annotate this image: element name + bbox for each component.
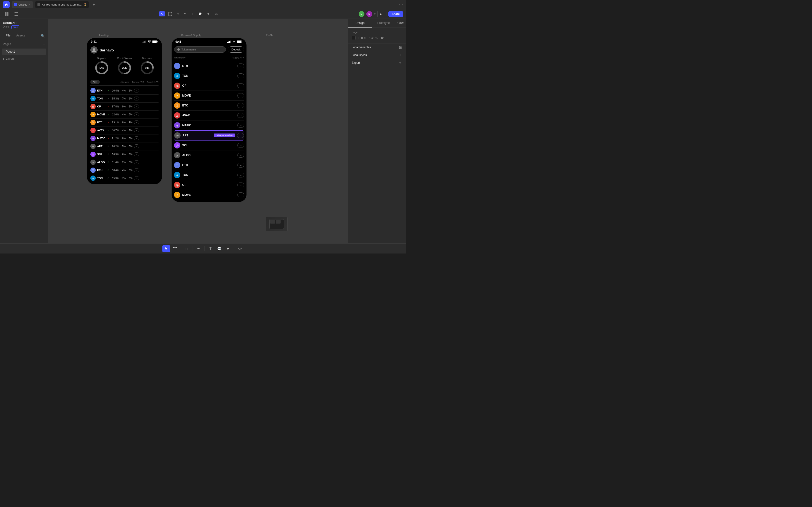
landing-token-row[interactable]: ∧ ALGO ↗ 11.4% 2% 3% → [90,158,158,166]
shape-tool[interactable]: □ [175,12,181,16]
pages-add-icon[interactable]: + [43,42,45,46]
borrow-arrow-btn[interactable]: → [237,83,244,88]
borrow-arrow-btn[interactable]: → [237,123,244,128]
canvas-area[interactable]: Landing Borrow & Supply Profile 9:41 [48,19,348,243]
borrow-arrow-btn[interactable]: → [237,63,244,68]
home-icon[interactable] [3,1,10,8]
token-arrow-btn[interactable]: → [134,120,139,124]
text-tool[interactable]: T [190,12,195,16]
borrow-arrow-btn[interactable]: → [237,143,244,148]
tab-design[interactable]: Design [348,19,372,27]
share-button[interactable]: Share [388,11,403,17]
token-arrow-btn[interactable]: → [134,113,139,116]
frame-tool-bottom[interactable] [171,245,179,252]
landing-token-row[interactable]: ≋ APT ↗ 60.2% 5% 5% → [90,143,158,151]
pen-tool-bottom[interactable]: ✒ [195,245,203,252]
project-chevron-icon[interactable]: ▾ [15,22,17,24]
landing-token-row[interactable]: ✦ MOVE ↗ 12.6% 4% 3% → [90,111,158,119]
cursor-tool[interactable]: ↖ [159,11,165,16]
borrow-arrow-btn[interactable]: → [237,113,244,118]
borrow-token-row[interactable]: ◎ SOL → [174,140,244,151]
token-arrow-btn[interactable]: → [134,168,139,172]
token-arrow-btn[interactable]: → [134,152,139,156]
landing-token-row[interactable]: ◈ TON ↗ 55.3% 7% 6% → [90,95,158,103]
code-tool-bottom[interactable]: <> [236,245,244,252]
shape-tool-bottom[interactable]: □ [183,245,191,252]
borrow-token-row[interactable]: ▲ AVAX → [174,111,244,120]
local-styles-row[interactable]: Local styles + [348,51,406,59]
more-options-icon[interactable]: ··· [399,2,403,7]
landing-token-row[interactable]: ◎ SOL ↗ 56.3% 6% 6% → [90,151,158,158]
borrow-token-row[interactable]: ✦ MOVE → [174,190,244,200]
token-arrow-btn[interactable]: → [134,97,139,101]
token-arrow-btn[interactable]: → [134,128,139,132]
landing-token-row[interactable]: Ξ ETH ↗ 10.4% 4% 6% → [90,166,158,174]
borrow-token-row[interactable]: ✦ MOVE → [174,91,244,101]
tab-close[interactable]: ✕ [29,3,31,6]
search-icon[interactable]: 🔍 [40,33,45,38]
token-arrow-btn[interactable]: → [134,160,139,164]
logo-button[interactable] [3,11,11,17]
borrow-token-row[interactable]: ∧ ALGO → [174,151,244,160]
landing-token-row[interactable]: ₿ BTC ↘ 83.1% 8% 9% → [90,119,158,126]
borrow-arrow-btn[interactable]: → [237,182,244,187]
borrow-token-row[interactable]: ◈ TON → [174,71,244,81]
borrow-arrow-btn[interactable]: → [237,133,244,138]
landing-token-row[interactable]: ◉ OP ↘ 87.8% 9% 8% → [90,103,158,111]
tab-add-button[interactable]: + [91,2,97,7]
borrow-arrow-btn[interactable]: → [237,192,244,197]
export-add-icon[interactable]: + [398,60,403,65]
borrow-token-row[interactable]: ◈ MATIC → [174,120,244,130]
avatar-chevron[interactable]: ▾ [374,12,375,16]
token-arrow-btn[interactable]: → [134,176,139,180]
cursor-tool-bottom[interactable] [162,245,170,252]
borrow-token-row[interactable]: ◉ OP → [174,81,244,91]
borrow-token-row[interactable]: ◈ TON → [174,170,244,180]
export-row[interactable]: Export + [348,59,406,67]
borrow-arrow-btn[interactable]: → [237,163,244,168]
tab-assets[interactable]: Assets [13,32,28,39]
borrow-token-row[interactable]: ₿ BTC → [174,101,244,111]
comment-tool[interactable]: 💬 [197,11,204,16]
play-button[interactable]: ▶ [377,11,384,17]
token-arrow-btn[interactable]: → [134,89,139,93]
page-1-item[interactable]: Page 1 [2,49,46,55]
pen-tool[interactable]: ✒ [182,11,188,16]
landing-token-row[interactable]: ▲ AVAX ↗ 10.7% 4% 2% → [90,126,158,134]
layers-panel-toggle[interactable] [12,11,20,17]
comment-tool-bottom[interactable]: 💬 [215,245,223,252]
mini-map[interactable] [266,217,288,231]
borrow-token-row[interactable]: Ξ ETH → [174,160,244,170]
component-tool-bottom[interactable]: ❖ [224,245,232,252]
code-tool[interactable]: <> [213,12,220,16]
color-preview[interactable] [352,36,355,40]
token-search-btn[interactable]: Token name [174,46,226,53]
borrow-arrow-btn[interactable]: → [237,93,244,98]
tab-file[interactable]: File [3,32,13,39]
landing-token-row[interactable]: Ξ ETH ↗ 10.4% 4% 6% → [90,87,158,95]
frame-tool[interactable] [166,11,174,17]
token-arrow-btn[interactable]: → [134,145,139,148]
tab-untitled[interactable]: Untitled ✕ [12,1,33,8]
borrow-arrow-btn[interactable]: → [237,73,244,78]
landing-token-row[interactable]: ◈ MATIC ↘ 91.2% 8% 8% → [90,134,158,143]
tab-prototype[interactable]: Prototype [372,19,395,27]
landing-token-row[interactable]: ◈ TON ↗ 55.3% 7% 6% → [90,174,158,182]
token-arrow-btn[interactable]: → [134,136,139,140]
text-tool-bottom[interactable]: T [207,245,214,252]
borrow-token-row[interactable]: ◉ OP → [174,180,244,190]
deposit-btn[interactable]: Deposit [228,46,244,53]
borrow-token-row[interactable]: ≋ APT Debayan Pradhan → [174,130,244,140]
component-tool[interactable]: ❖ [205,11,211,16]
tab-icons[interactable]: All free icons in one file (Commu... ⏳ [35,1,89,8]
local-variables-row[interactable]: Local variables [348,44,406,51]
borrow-arrow-btn[interactable]: → [237,153,244,158]
variables-settings-icon[interactable] [398,45,403,50]
layers-section[interactable]: ▶ Layers [0,55,48,62]
borrow-arrow-btn[interactable]: → [237,103,244,108]
pages-section-header[interactable]: Pages + [0,40,48,48]
all-filter-btn[interactable]: All ▾ [90,80,100,84]
borrow-arrow-btn[interactable]: → [237,173,244,177]
token-arrow-btn[interactable]: → [134,105,139,108]
visibility-icon[interactable] [379,36,385,40]
